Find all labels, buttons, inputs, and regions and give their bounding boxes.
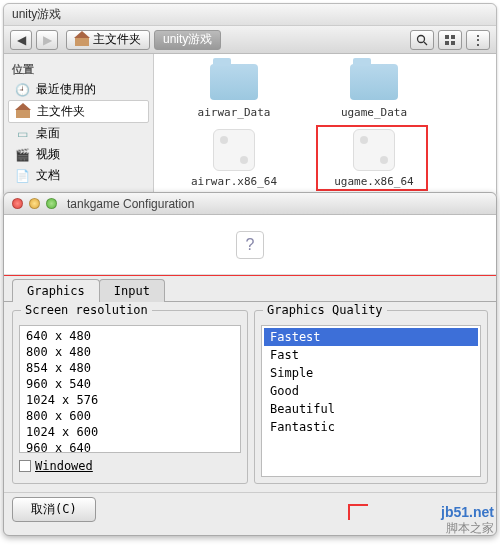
fm-content[interactable]: airwar_Data ugame_Data airwar.x86_64 uga… [154,54,496,197]
fm-titlebar[interactable]: unity游戏 [4,4,496,26]
res-option[interactable]: 960 x 540 [26,376,234,392]
windowed-checkbox[interactable] [19,460,31,472]
file-manager-window: unity游戏 ◀ ▶ 主文件夹 unity游戏 ⋮ 位置 🕘最近使用的 主文件… [3,3,497,198]
maximize-button[interactable] [46,198,57,209]
annotation-box [348,504,368,520]
res-option[interactable]: 640 x 480 [26,328,234,344]
crumb-current-label: unity游戏 [163,31,212,48]
cfg-title: tankgame Configuration [67,197,194,211]
svg-rect-4 [445,41,449,45]
clock-icon: 🕘 [14,82,30,98]
breadcrumb: 主文件夹 unity游戏 [66,30,221,50]
resolution-label: Screen resolution [21,303,152,317]
res-option[interactable]: 960 x 640 [26,440,234,453]
res-option[interactable]: 800 x 600 [26,408,234,424]
search-button[interactable] [410,30,434,50]
folder-ugame-data[interactable]: ugame_Data [324,64,424,119]
resolution-group: Screen resolution 640 x 480 800 x 480 85… [12,310,248,484]
sidebar-item-desktop[interactable]: ▭桌面 [8,123,149,144]
minimize-button[interactable] [29,198,40,209]
app-placeholder-icon: ? [236,231,264,259]
svg-line-1 [424,42,427,45]
file-airwar-exe[interactable]: airwar.x86_64 [184,129,284,188]
res-option[interactable]: 800 x 480 [26,344,234,360]
quality-group: Graphics Quality Fastest Fast Simple Goo… [254,310,488,484]
windowed-row[interactable]: Windowed [19,459,241,473]
forward-button[interactable]: ▶ [36,30,58,50]
res-option[interactable]: 1024 x 600 [26,424,234,440]
windowed-label: Windowed [35,459,93,473]
sidebar: 位置 🕘最近使用的 主文件夹 ▭桌面 🎬视频 📄文档 [4,54,154,197]
sidebar-item-recent[interactable]: 🕘最近使用的 [8,79,149,100]
quality-list[interactable]: Fastest Fast Simple Good Beautiful Fanta… [261,325,481,477]
tab-body: Screen resolution 640 x 480 800 x 480 85… [4,301,496,492]
folder-icon [210,64,258,100]
quality-option[interactable]: Fastest [264,328,478,346]
crumb-home[interactable]: 主文件夹 [66,30,150,50]
sidebar-head: 位置 [8,60,149,79]
quality-option[interactable]: Fantastic [264,418,478,436]
back-button[interactable]: ◀ [10,30,32,50]
sidebar-item-video[interactable]: 🎬视频 [8,144,149,165]
close-button[interactable] [12,198,23,209]
resolution-list[interactable]: 640 x 480 800 x 480 854 x 480 960 x 540 … [19,325,241,453]
tab-graphics[interactable]: Graphics [12,279,100,302]
video-icon: 🎬 [14,147,30,163]
fm-title: unity游戏 [12,6,61,23]
sidebar-item-docs[interactable]: 📄文档 [8,165,149,186]
config-dialog: tankgame Configuration ? Graphics Input … [3,192,497,536]
fm-body: 位置 🕘最近使用的 主文件夹 ▭桌面 🎬视频 📄文档 airwar_Data u… [4,54,496,197]
tabs: Graphics Input [4,276,496,302]
tab-input[interactable]: Input [99,279,165,302]
exe-icon [213,129,255,171]
folder-airwar-data[interactable]: airwar_Data [184,64,284,119]
cancel-button[interactable]: 取消(C) [12,497,96,522]
fm-toolbar: ◀ ▶ 主文件夹 unity游戏 ⋮ [4,26,496,54]
res-option[interactable]: 854 x 480 [26,360,234,376]
folder-icon [350,64,398,100]
crumb-home-label: 主文件夹 [93,31,141,48]
window-controls [12,198,57,209]
svg-rect-5 [451,41,455,45]
selection-highlight [316,125,428,191]
res-option[interactable]: 1024 x 576 [26,392,234,408]
cfg-banner: ? [4,215,496,275]
svg-point-0 [418,35,425,42]
svg-rect-3 [451,35,455,39]
cfg-titlebar[interactable]: tankgame Configuration [4,193,496,215]
quality-option[interactable]: Fast [264,346,478,364]
home-icon [15,104,31,120]
svg-rect-2 [445,35,449,39]
view-grid-button[interactable] [438,30,462,50]
quality-option[interactable]: Good [264,382,478,400]
button-row: 取消(C) [4,492,496,522]
home-icon [75,34,89,46]
sidebar-item-home[interactable]: 主文件夹 [8,100,149,123]
view-more-button[interactable]: ⋮ [466,30,490,50]
crumb-current[interactable]: unity游戏 [154,30,221,50]
quality-label: Graphics Quality [263,303,387,317]
doc-icon: 📄 [14,168,30,184]
desktop-icon: ▭ [14,126,30,142]
quality-option[interactable]: Simple [264,364,478,382]
quality-option[interactable]: Beautiful [264,400,478,418]
